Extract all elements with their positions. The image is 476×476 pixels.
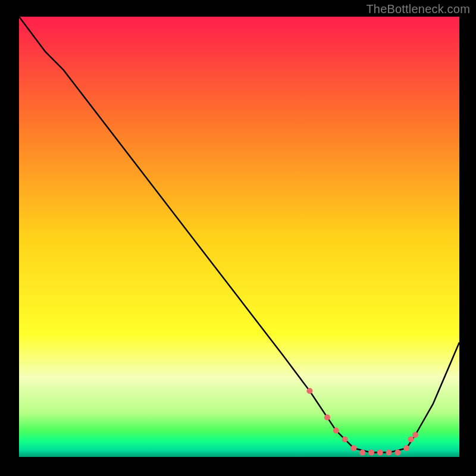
watermark-text: TheBottleneck.com <box>366 2 470 16</box>
highlight-dot <box>403 445 409 451</box>
highlight-dot <box>324 414 330 420</box>
highlight-dot <box>377 450 383 456</box>
highlight-dot <box>394 450 400 456</box>
highlight-dot <box>342 436 348 442</box>
highlight-dot <box>368 450 374 456</box>
chart-stage: TheBottleneck.com <box>0 0 476 476</box>
highlight-dot <box>408 436 414 442</box>
highlight-dot <box>359 450 365 456</box>
highlight-dot <box>333 428 339 434</box>
highlight-dot <box>412 432 418 438</box>
highlight-dot <box>386 450 392 456</box>
highlight-dot <box>306 388 312 394</box>
highlight-dot <box>350 445 356 451</box>
chart-svg <box>0 0 476 476</box>
plot-background <box>19 17 459 457</box>
